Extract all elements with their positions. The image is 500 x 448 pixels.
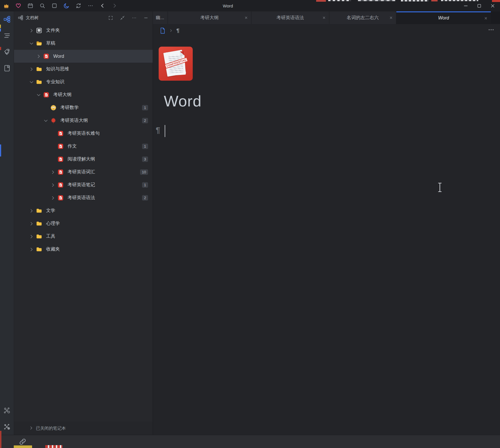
sidebar-header: 文档树 bbox=[14, 11, 153, 24]
crown-icon[interactable] bbox=[3, 2, 10, 9]
chevron-right-icon[interactable] bbox=[50, 195, 57, 201]
item-count-badge: 3 bbox=[142, 156, 148, 162]
breadcrumb-doc-icon[interactable] bbox=[160, 27, 166, 34]
item-count-badge: 10 bbox=[140, 169, 148, 175]
doc-red-icon bbox=[43, 53, 52, 60]
chevron-spacer bbox=[43, 105, 50, 111]
chevron-down-icon[interactable] bbox=[28, 40, 36, 47]
dark-mode-moon-icon[interactable] bbox=[63, 2, 70, 9]
tree-item[interactable]: 作文1 bbox=[14, 140, 153, 153]
rail-tag-button[interactable] bbox=[3, 48, 11, 56]
chevron-right-icon[interactable] bbox=[28, 27, 36, 34]
chevron-right-icon[interactable] bbox=[28, 208, 36, 214]
tree-item[interactable]: 收藏夹 bbox=[14, 243, 153, 256]
document-tree: 文件夹草稿Word知识与思维专业知识考研大纲考研数学1考研英语大纲2考研英语长难… bbox=[14, 24, 153, 256]
rail-doctree-button[interactable] bbox=[3, 15, 11, 23]
tree-item[interactable]: 考研英语大纲2 bbox=[14, 114, 153, 127]
calendar-icon[interactable] bbox=[27, 2, 34, 9]
tree-item[interactable]: 考研数学1 bbox=[14, 101, 153, 114]
item-count-badge: 2 bbox=[142, 195, 148, 201]
chevron-right-icon[interactable] bbox=[28, 66, 36, 72]
tree-item[interactable]: 专业知识 bbox=[14, 76, 153, 88]
maple-leaf-icon bbox=[50, 117, 59, 124]
tree-item-label: 作文 bbox=[68, 143, 77, 149]
template-square-icon[interactable] bbox=[51, 2, 58, 9]
tree-item[interactable]: 心理学 bbox=[14, 217, 153, 230]
tree-item-label: 考研英语语法 bbox=[68, 195, 95, 201]
tree-item[interactable]: 知识与思维 bbox=[14, 63, 153, 76]
tree-item[interactable]: 阅读理解大纲3 bbox=[14, 153, 153, 166]
tab-4[interactable]: Word bbox=[396, 11, 491, 24]
breadcrumb-paragraph[interactable]: ¶ bbox=[176, 27, 180, 34]
heart-icon[interactable] bbox=[15, 2, 22, 9]
screen-artifact bbox=[0, 431, 1, 448]
tab-close-icon[interactable] bbox=[244, 16, 248, 20]
tree-item-label: 考研数学 bbox=[60, 105, 79, 111]
chevron-right-icon[interactable] bbox=[28, 233, 36, 240]
tab-label: 考研英语语法 bbox=[277, 15, 304, 21]
rail-global-graph-button[interactable] bbox=[3, 423, 11, 431]
screen-artifact bbox=[0, 144, 1, 156]
tab-1[interactable]: 考研大纲 bbox=[168, 11, 251, 24]
panel-more-icon[interactable] bbox=[131, 15, 137, 21]
panel-minimize-icon[interactable] bbox=[143, 15, 149, 21]
chevron-right-icon bbox=[169, 28, 173, 33]
tree-item[interactable]: 考研英语长难句 bbox=[14, 127, 153, 140]
chevron-right-icon[interactable] bbox=[28, 425, 36, 431]
collapse-all-icon[interactable] bbox=[120, 15, 125, 21]
tab-3[interactable]: 名词的左二右六 bbox=[329, 11, 396, 24]
window-controls bbox=[463, 3, 500, 9]
editor[interactable]: ¶ CONFIDENTIAL Word ¶ bbox=[153, 24, 500, 435]
rail-bookmark-button[interactable] bbox=[3, 64, 11, 72]
chevron-down-icon[interactable] bbox=[36, 92, 43, 98]
item-count-badge: 1 bbox=[142, 105, 148, 110]
tab-2[interactable]: 考研英语语法 bbox=[251, 11, 329, 24]
tab-close-icon[interactable] bbox=[389, 16, 393, 20]
chevron-down-icon[interactable] bbox=[43, 118, 50, 124]
tree-item[interactable]: 考研英语词汇10 bbox=[14, 166, 153, 179]
item-count-badge: 1 bbox=[142, 144, 148, 149]
notebook-icon bbox=[36, 27, 44, 34]
tab-close-icon[interactable] bbox=[484, 16, 488, 20]
chevron-right-icon[interactable] bbox=[36, 53, 43, 60]
folder-icon bbox=[36, 79, 44, 85]
chevron-right-icon[interactable] bbox=[28, 246, 36, 253]
tab-close-icon[interactable] bbox=[322, 16, 326, 20]
document-title[interactable]: Word bbox=[164, 92, 202, 110]
minimize-icon[interactable] bbox=[463, 3, 468, 9]
forward-icon[interactable] bbox=[111, 2, 118, 9]
fullscreen-icon[interactable] bbox=[108, 15, 113, 21]
more-icon[interactable] bbox=[87, 2, 94, 9]
closed-notebooks-row[interactable]: 已关闭的笔记本 bbox=[14, 422, 153, 435]
screen-artifact bbox=[45, 445, 62, 448]
tree-item[interactable]: 工具 bbox=[14, 230, 153, 243]
chevron-right-icon[interactable] bbox=[50, 169, 57, 175]
rail-outline-button[interactable] bbox=[3, 32, 11, 39]
close-icon[interactable] bbox=[490, 3, 495, 9]
tree-item-label: 考研英语大纲 bbox=[60, 118, 88, 124]
screen-artifact bbox=[0, 29, 1, 31]
tree-item[interactable]: 文件夹 bbox=[14, 24, 153, 37]
item-count-badge: 1 bbox=[142, 182, 148, 188]
document-emoji-icon[interactable]: CONFIDENTIAL bbox=[159, 47, 193, 81]
back-icon[interactable] bbox=[99, 2, 106, 9]
maximize-icon[interactable] bbox=[477, 3, 482, 9]
tree-item-label: 考研英语词汇 bbox=[68, 169, 95, 175]
tree-item-label: 工具 bbox=[46, 233, 55, 239]
screen-artifact bbox=[358, 0, 395, 1]
tree-item[interactable]: 考研英语笔记1 bbox=[14, 179, 153, 191]
rail-graph-button[interactable] bbox=[3, 407, 11, 415]
tree-item[interactable]: Word bbox=[14, 50, 153, 63]
tab-0[interactable]: 幽... bbox=[153, 11, 168, 24]
tree-item[interactable]: 文学 bbox=[14, 204, 153, 217]
sync-icon[interactable] bbox=[75, 2, 82, 9]
editor-more-icon[interactable] bbox=[488, 28, 494, 31]
chevron-right-icon[interactable] bbox=[28, 221, 36, 227]
link-icon[interactable] bbox=[18, 437, 27, 446]
chevron-right-icon[interactable] bbox=[50, 182, 57, 188]
tree-item[interactable]: 草稿 bbox=[14, 37, 153, 50]
chevron-down-icon[interactable] bbox=[28, 79, 36, 85]
tree-item[interactable]: 考研英语语法2 bbox=[14, 191, 153, 204]
tree-item[interactable]: 考研大纲 bbox=[14, 88, 153, 101]
search-icon[interactable] bbox=[39, 2, 46, 9]
